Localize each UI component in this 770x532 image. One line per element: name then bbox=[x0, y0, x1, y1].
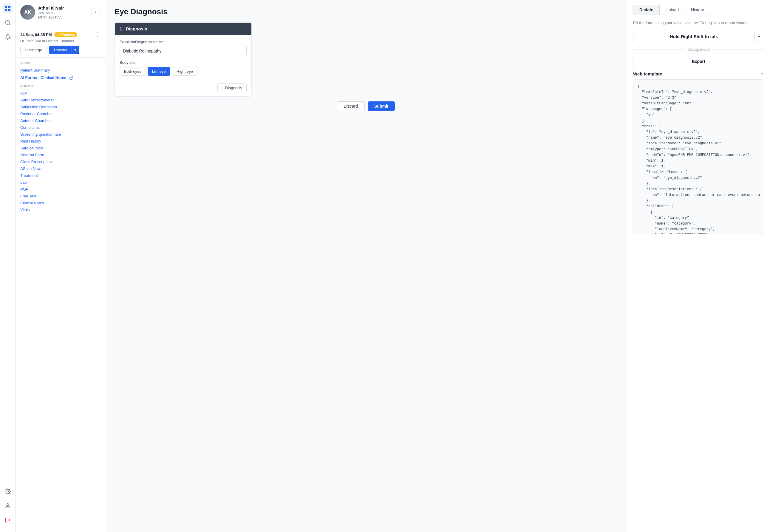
form-item[interactable]: Treatment bbox=[20, 172, 100, 179]
submit-button[interactable]: Submit bbox=[368, 101, 395, 111]
debug-divider: Debug mode bbox=[633, 47, 764, 52]
bell-icon[interactable] bbox=[3, 32, 13, 42]
diagnosis-name-input[interactable] bbox=[120, 46, 247, 56]
patient-mrn: MRN: 1234555 bbox=[38, 15, 89, 19]
web-template-header: Web template ▼ bbox=[633, 71, 764, 76]
web-template-title: Web template bbox=[633, 71, 662, 76]
talk-chevron-button[interactable]: ▾ bbox=[754, 31, 764, 42]
talk-button[interactable]: Hold Right Shift to talk bbox=[633, 31, 754, 42]
form-item[interactable]: Complaints bbox=[20, 124, 100, 131]
form-item[interactable]: Anterior Chamber bbox=[20, 117, 100, 124]
form-item[interactable]: Glass Prescription bbox=[20, 158, 100, 165]
visit-info: 24 Sep, 04:35 PM In-Progress ⋮ Dr. John … bbox=[16, 28, 105, 58]
tab-dictate[interactable]: Dictate bbox=[633, 5, 660, 15]
patient-header: AK Athul K Nair 26y, Male MRN: 1234555 bbox=[16, 0, 105, 28]
grid-icon[interactable] bbox=[3, 4, 13, 13]
forms-section: Forms IOPAuto RefractometerSubjective Re… bbox=[16, 81, 105, 213]
diagnosis-card: 1 . Diagnosis Problem/Diagnosis name Bod… bbox=[115, 22, 252, 97]
right-panel-tabs: Dictate Upload History bbox=[627, 0, 770, 15]
page-title: Eye Diagnosis bbox=[115, 7, 617, 16]
web-template-chevron-icon[interactable]: ▼ bbox=[760, 72, 764, 76]
both-eyes-button[interactable]: Both eyes bbox=[120, 67, 146, 76]
tab-upload[interactable]: Upload bbox=[660, 5, 685, 15]
visit-doctor: Dr. John Doe at Doctors Chamber bbox=[20, 39, 100, 43]
form-item[interactable]: Surgical Note bbox=[20, 145, 100, 151]
body-site-label: Body site bbox=[120, 60, 247, 65]
form-item[interactable]: Lab bbox=[20, 179, 100, 186]
form-item[interactable]: Posterior Chamber bbox=[20, 110, 100, 117]
visit-status-badge: In-Progress bbox=[54, 32, 77, 37]
form-item[interactable]: Subjective Refraction bbox=[20, 103, 100, 110]
right-eye-button[interactable]: Right eye bbox=[172, 67, 197, 76]
left-eye-button[interactable]: Left eye bbox=[148, 67, 170, 76]
json-content: { "templateId": "eye_diagnosis.v2", "ver… bbox=[633, 79, 764, 234]
logout-icon[interactable] bbox=[3, 515, 13, 525]
svg-line-4 bbox=[71, 76, 73, 78]
form-item[interactable]: Free Text bbox=[20, 193, 100, 199]
form-item[interactable]: Vitals bbox=[20, 206, 100, 213]
add-diagnosis-button[interactable]: + Diagnosis bbox=[217, 83, 247, 92]
form-item[interactable]: IOP bbox=[20, 90, 100, 97]
export-button[interactable]: Export bbox=[633, 56, 764, 67]
settings-icon[interactable] bbox=[3, 487, 13, 496]
diagnosis-section-header: 1 . Diagnosis bbox=[115, 23, 251, 35]
visit-datetime: 24 Sep, 04:35 PM bbox=[20, 33, 52, 37]
icon-bar bbox=[0, 0, 16, 532]
more-options-button[interactable]: ⋮ bbox=[95, 31, 100, 38]
search-nav-icon[interactable] bbox=[3, 18, 13, 27]
debug-mode-label: Debug mode bbox=[687, 47, 709, 52]
sidebar: AK Athul K Nair 26y, Male MRN: 1234555 2… bbox=[16, 0, 105, 532]
patient-age: 26y, Male bbox=[38, 11, 89, 15]
user-icon[interactable] bbox=[3, 501, 13, 511]
form-item[interactable]: Referral Form bbox=[20, 151, 100, 158]
sidebar-item-patient-summary[interactable]: Patient Summary bbox=[20, 67, 100, 74]
forms-label: Forms bbox=[20, 84, 100, 88]
body-site-buttons: Both eyes Left eye Right eye bbox=[120, 67, 247, 76]
views-label: Views bbox=[20, 61, 100, 65]
dictate-hint: Fill the form using your voice. Use the … bbox=[633, 20, 764, 26]
views-list: Patient Summary AI Forms - Clinical Note… bbox=[20, 67, 100, 81]
discharge-button[interactable]: Discharge bbox=[20, 46, 47, 54]
form-item[interactable]: Auto Refractometer bbox=[20, 97, 100, 103]
right-panel-body: Fill the form using your voice. Use the … bbox=[627, 15, 770, 532]
svg-point-1 bbox=[7, 491, 8, 492]
back-button[interactable] bbox=[92, 8, 100, 16]
transfer-button[interactable]: Transfer bbox=[49, 46, 72, 54]
svg-point-2 bbox=[7, 504, 9, 506]
form-item[interactable]: Clinical Notes bbox=[20, 199, 100, 206]
form-item[interactable]: PGP bbox=[20, 186, 100, 193]
sidebar-item-ai-forms[interactable]: AI Forms - Clinical Notes bbox=[20, 74, 100, 81]
views-section: Views Patient Summary AI Forms - Clinica… bbox=[16, 58, 105, 81]
diagnosis-name-label: Problem/Diagnosis name bbox=[120, 40, 247, 44]
form-item[interactable]: Past History bbox=[20, 138, 100, 145]
tab-history[interactable]: History bbox=[685, 5, 710, 15]
form-item[interactable]: Screening questionnare bbox=[20, 131, 100, 138]
avatar: AK bbox=[20, 5, 35, 20]
transfer-chevron-button[interactable]: ▾ bbox=[72, 46, 79, 54]
right-panel: Dictate Upload History Fill the form usi… bbox=[627, 0, 770, 532]
patient-name: Athul K Nair bbox=[38, 5, 89, 10]
discard-button[interactable]: Discard bbox=[337, 101, 365, 111]
main-content: Eye Diagnosis 1 . Diagnosis Problem/Diag… bbox=[105, 0, 627, 532]
form-item[interactable]: AScan New bbox=[20, 165, 100, 172]
form-actions: Discard Submit bbox=[115, 101, 617, 111]
svg-point-0 bbox=[5, 21, 9, 24]
